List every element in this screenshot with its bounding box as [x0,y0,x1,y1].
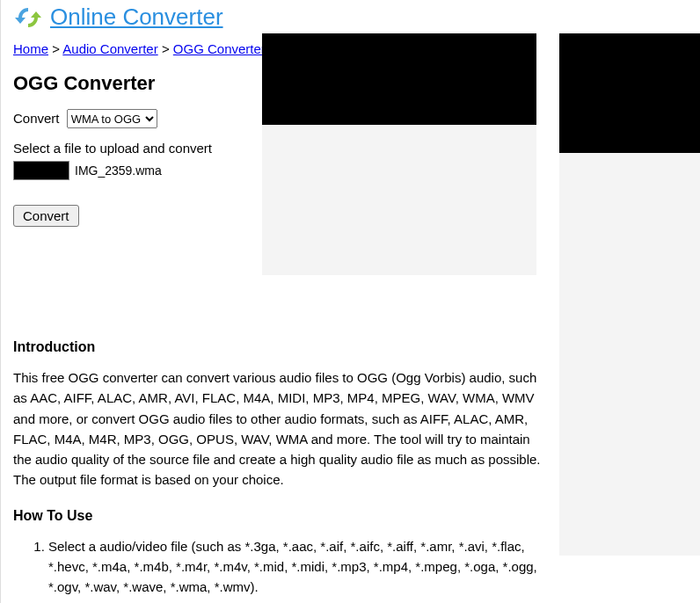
howto-step: Select a audio/video file (such as *.3ga… [48,536,550,598]
introduction-heading: Introduction [13,339,550,355]
howto-list: Select a audio/video file (such as *.3ga… [13,536,550,604]
breadcrumb-ogg-converter[interactable]: OGG Converter [173,41,266,56]
choose-file-button[interactable] [13,161,69,180]
ad-main [262,33,536,275]
site-title-link[interactable]: Online Converter [50,4,223,31]
howto-heading: How To Use [13,508,550,524]
site-header: Online Converter [13,0,700,36]
breadcrumb-audio-converter[interactable]: Audio Converter [62,41,157,56]
format-select[interactable]: WMA to OGG [67,109,157,128]
convert-label: Convert [13,111,60,126]
breadcrumb-home[interactable]: Home [13,41,48,56]
breadcrumb-sep: > [162,41,170,56]
ad-side-banner [559,33,700,153]
selected-file-name: IMG_2359.wma [75,163,162,178]
convert-button[interactable]: Convert [13,205,79,227]
refresh-icon [13,4,43,31]
ad-side [559,33,700,556]
introduction-body: This free OGG converter can convert vari… [13,367,550,490]
breadcrumb-sep: > [52,41,60,56]
ad-main-banner [262,33,536,125]
